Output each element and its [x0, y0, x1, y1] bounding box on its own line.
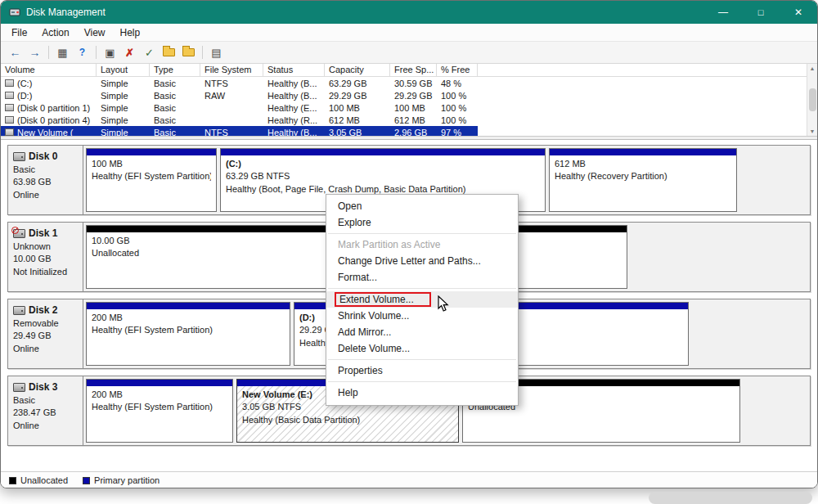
cell-type: Basic — [150, 101, 200, 114]
menu-view[interactable]: View — [77, 25, 113, 41]
context-shrink-volume[interactable]: Shrink Volume... — [326, 308, 518, 324]
cell-capacity: 612 MB — [325, 114, 390, 126]
partition-status: Healthy (Basic Data Partition) — [242, 414, 453, 426]
help-icon[interactable]: ? — [73, 44, 92, 61]
cell-fs: RAW — [200, 89, 263, 101]
menu-separator — [328, 359, 516, 360]
disk-type: Basic — [13, 164, 78, 176]
disk-1-header[interactable]: Disk 1 Unknown 10.00 GB Not Initialized — [8, 223, 83, 291]
partition-color-band — [550, 149, 736, 155]
cell-pct-free: 100 % — [437, 89, 478, 101]
context-explore[interactable]: Explore — [326, 214, 518, 231]
context-delete-volume[interactable]: Delete Volume... — [326, 340, 518, 357]
menu-action[interactable]: Action — [34, 25, 76, 41]
back-icon[interactable]: ← — [6, 44, 25, 61]
window-controls: — □ ✕ — [704, 1, 817, 24]
disk-error-icon — [13, 229, 25, 238]
toolbar-divider — [202, 46, 203, 59]
maximize-button[interactable]: □ — [742, 1, 780, 24]
partition-efi[interactable]: 200 MB Healthy (EFI System Partition) — [86, 379, 233, 443]
cell-pct-free: 97 % — [437, 126, 478, 137]
cell-free: 29.29 GB — [390, 89, 437, 101]
disk-management-window: Disk Management — □ ✕ File Action View H… — [0, 0, 818, 488]
context-properties[interactable]: Properties — [326, 362, 518, 379]
partition-label: (C:) — [226, 158, 540, 170]
column-layout[interactable]: Layout — [97, 64, 150, 77]
volume-row-disk0-part1[interactable]: (Disk 0 partition 1) Simple Basic Health… — [1, 101, 817, 114]
disk-0-header[interactable]: Disk 0 Basic 63.98 GB Online — [8, 146, 83, 214]
disk-icon — [13, 152, 25, 161]
menu-help[interactable]: Help — [113, 25, 148, 41]
disk-status: Online — [13, 189, 78, 201]
partition-size: 612 MB — [555, 158, 731, 170]
drive-icon — [5, 128, 14, 136]
forward-icon[interactable]: → — [25, 44, 44, 61]
disk-2-header[interactable]: Disk 2 Removable 29.49 GB Online — [8, 299, 83, 368]
titlebar: Disk Management — □ ✕ — [1, 1, 817, 24]
partition-status: Healthy (EFI System Partition) — [92, 170, 211, 182]
volume-table-header: Volume Layout Type File System Status Ca… — [1, 64, 817, 77]
column-free-space[interactable]: Free Sp... — [390, 64, 437, 77]
export-list-icon[interactable] — [160, 44, 178, 61]
folder-icon — [163, 48, 175, 56]
cell-type: Basic — [150, 114, 200, 126]
volume-row-disk0-part4[interactable]: (Disk 0 partition 4) Simple Basic Health… — [1, 114, 817, 126]
cell-pct-free: 100 % — [437, 101, 478, 114]
volume-row-c[interactable]: (C:) Simple Basic NTFS Healthy (B... 63.… — [1, 77, 817, 89]
console-tree-icon[interactable]: ▦ — [53, 44, 72, 61]
cell-fs: NTFS — [200, 126, 263, 137]
legend-unallocated: Unallocated — [9, 475, 68, 485]
partition-efi[interactable]: 200 MB Healthy (EFI System Partition) — [86, 302, 290, 366]
delete-volume-icon[interactable]: ✗ — [120, 44, 139, 61]
partition-efi[interactable]: 100 MB Healthy (EFI System Partition) — [86, 148, 217, 212]
disk-type: Unknown — [13, 241, 78, 253]
partition-status: Healthy (EFI System Partition) — [92, 401, 227, 413]
cell-fs — [200, 101, 263, 114]
cell-free: 2.96 GB — [390, 126, 437, 137]
toolbar: ← → ▦ ? ▣ ✗ ✓ ▤ — [1, 42, 817, 64]
column-pct-free[interactable]: % Free — [437, 64, 478, 77]
volume-row-d[interactable]: (D:) Simple Basic RAW Healthy (B... 29.2… — [1, 89, 817, 101]
context-extend-volume[interactable]: Extend Volume... — [326, 291, 518, 308]
context-help[interactable]: Help — [326, 385, 518, 401]
minimize-button[interactable]: — — [704, 1, 742, 24]
cell-pct-free: 100 % — [437, 114, 478, 126]
cell-status: Healthy (B... — [263, 77, 325, 89]
scroll-down-icon[interactable]: ▼ — [810, 128, 816, 134]
column-status[interactable]: Status — [263, 64, 325, 77]
menu-separator — [328, 288, 516, 289]
context-format[interactable]: Format... — [326, 269, 518, 286]
folder-options-icon[interactable] — [179, 44, 198, 61]
context-add-mirror[interactable]: Add Mirror... — [326, 324, 518, 340]
mark-partition-icon[interactable]: ✓ — [140, 44, 159, 61]
disk-type: Basic — [13, 394, 78, 407]
column-type[interactable]: Type — [150, 64, 200, 77]
column-filler — [478, 64, 817, 77]
column-capacity[interactable]: Capacity — [325, 64, 390, 77]
volume-row-new-volume[interactable]: New Volume ( Simple Basic NTFS Healthy (… — [1, 126, 817, 137]
menubar: File Action View Help — [1, 24, 817, 42]
legend: Unallocated Primary partition — [1, 471, 817, 488]
disk-3-header[interactable]: Disk 3 Basic 238.47 GB Online — [8, 376, 83, 445]
column-file-system[interactable]: File System — [200, 64, 263, 77]
cell-free: 30.59 GB — [390, 77, 437, 89]
column-volume[interactable]: Volume — [1, 64, 97, 77]
disk-status: Online — [13, 420, 78, 432]
disk-status: Online — [13, 343, 78, 355]
partition-recovery[interactable]: 612 MB Healthy (Recovery Partition) — [549, 148, 737, 212]
volume-list-scrollbar[interactable]: ▲ ▼ — [807, 64, 817, 136]
close-button[interactable]: ✕ — [780, 1, 817, 24]
context-open[interactable]: Open — [326, 198, 518, 214]
partition-color-band — [87, 149, 216, 155]
console-window-icon[interactable]: ▣ — [101, 44, 119, 61]
list-view-icon[interactable]: ▤ — [207, 44, 226, 61]
disk-icon — [13, 306, 25, 315]
scroll-up-icon[interactable]: ▲ — [810, 65, 816, 71]
scrollbar-thumb[interactable] — [809, 88, 816, 111]
cell-layout: Simple — [97, 101, 150, 114]
menu-file[interactable]: File — [4, 25, 34, 41]
context-change-drive-letter[interactable]: Change Drive Letter and Paths... — [326, 253, 518, 269]
cell-volume: (C:) — [1, 77, 97, 89]
cell-volume: (Disk 0 partition 1) — [1, 101, 97, 114]
disk-size: 63.98 GB — [13, 176, 78, 188]
